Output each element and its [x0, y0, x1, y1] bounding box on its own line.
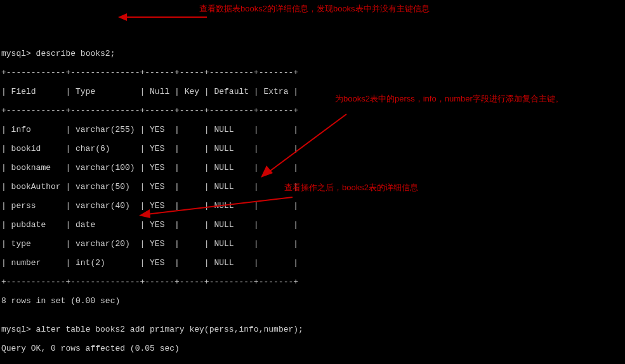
alter-command[interactable]: mysql> alter table books2 add primary ke…	[1, 325, 624, 334]
table-row: | pubdate | date | YES | | NULL | |	[1, 220, 624, 230]
table-row: | type | varchar(20) | YES | | NULL | |	[1, 239, 624, 249]
annotation-1: 查看数据表books2的详细信息，发现books表中并没有主键信息	[199, 4, 430, 13]
table-separator: +------------+--------------+------+----…	[1, 277, 624, 287]
table-separator: +------------+--------------+------+----…	[1, 68, 624, 77]
result-count: 8 rows in set (0.00 sec)	[1, 296, 624, 306]
svg-marker-1	[118, 13, 127, 21]
table-row: | bookid | char(6) | YES | | NULL | |	[1, 144, 624, 153]
annotation-2: 为books2表中的perss，info，number字段进行添加复合主键。	[335, 94, 614, 103]
table-row: | perss | varchar(40) | YES | | NULL | |	[1, 201, 624, 211]
query-result: Query OK, 0 rows affected (0.05 sec)	[1, 344, 624, 353]
arrow-icon	[108, 4, 213, 29]
table-row: | number | int(2) | YES | | NULL | |	[1, 258, 624, 268]
table-row: | info | varchar(255) | YES | | NULL | |	[1, 125, 624, 134]
table-separator: +------------+--------------+------+----…	[1, 106, 624, 115]
table-row: | bookname | varchar(100) | YES | | NULL…	[1, 163, 624, 172]
describe-command-1[interactable]: mysql> describe books2;	[1, 49, 624, 58]
annotation-3: 查看操作之后，books2表的详细信息	[284, 183, 418, 192]
terminal-output: mysql> describe books2; +------------+--…	[1, 39, 624, 364]
